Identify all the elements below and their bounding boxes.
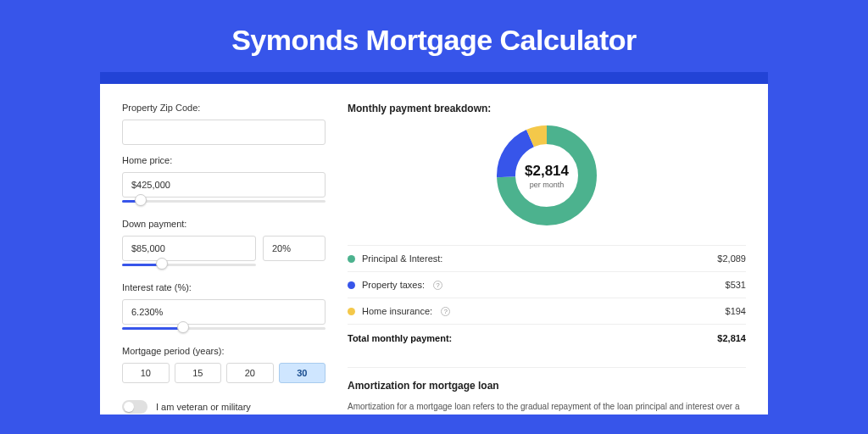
legend-value: $194 xyxy=(726,306,746,316)
donut-sub: per month xyxy=(530,181,565,189)
period-15-button[interactable]: 15 xyxy=(175,363,222,383)
page-title: Symonds Mortgage Calculator xyxy=(0,0,868,72)
period-20-button[interactable]: 20 xyxy=(226,363,274,383)
down-payment-slider[interactable] xyxy=(122,260,256,272)
legend-principal: Principal & Interest: $2,089 xyxy=(348,245,746,271)
veteran-label: I am veteran or military xyxy=(156,402,251,412)
veteran-toggle[interactable] xyxy=(122,400,147,414)
legend-taxes: Property taxes: ? $531 xyxy=(348,271,746,298)
period-10-button[interactable]: 10 xyxy=(122,363,170,383)
home-price-label: Home price: xyxy=(122,155,326,165)
legend-label: Home insurance: xyxy=(362,306,432,316)
total-value: $2,814 xyxy=(717,333,746,343)
period-30-button[interactable]: 30 xyxy=(279,363,326,383)
legend-value: $2,089 xyxy=(717,253,746,264)
accent-strip xyxy=(100,72,768,84)
zip-input[interactable] xyxy=(122,120,326,145)
dot-icon xyxy=(348,308,355,315)
info-icon[interactable]: ? xyxy=(441,307,450,316)
home-price-slider[interactable] xyxy=(122,197,326,209)
info-icon[interactable]: ? xyxy=(433,281,442,290)
down-payment-input[interactable] xyxy=(122,236,256,261)
payment-donut-chart: $2,814 per month xyxy=(494,123,599,228)
total-row: Total monthly payment: $2,814 xyxy=(348,324,746,355)
period-options: 10 15 20 30 xyxy=(122,363,326,383)
inputs-column: Property Zip Code: Home price: Down paym… xyxy=(122,103,326,396)
zip-label: Property Zip Code: xyxy=(122,103,326,113)
amortization-text: Amortization for a mortgage loan refers … xyxy=(348,400,746,415)
total-label: Total monthly payment: xyxy=(348,333,452,343)
home-price-input[interactable] xyxy=(122,172,326,198)
dot-icon xyxy=(348,281,355,289)
calculator-card: Property Zip Code: Home price: Down paym… xyxy=(100,84,768,415)
legend-insurance: Home insurance: ? $194 xyxy=(348,298,746,324)
amortization-title: Amortization for mortgage loan xyxy=(348,367,746,392)
breakdown-column: Monthly payment breakdown: $2,814 per mo… xyxy=(348,103,746,396)
breakdown-title: Monthly payment breakdown: xyxy=(348,103,746,114)
interest-slider[interactable] xyxy=(122,324,326,336)
legend-value: $531 xyxy=(726,280,746,290)
interest-input[interactable] xyxy=(122,299,326,325)
period-label: Mortgage period (years): xyxy=(122,346,326,356)
down-payment-label: Down payment: xyxy=(122,219,326,229)
legend-label: Property taxes: xyxy=(362,280,425,290)
down-payment-pct-input[interactable] xyxy=(263,236,326,261)
interest-label: Interest rate (%): xyxy=(122,282,326,292)
donut-amount: $2,814 xyxy=(525,163,569,180)
dot-icon xyxy=(348,255,355,263)
legend-label: Principal & Interest: xyxy=(362,253,442,264)
